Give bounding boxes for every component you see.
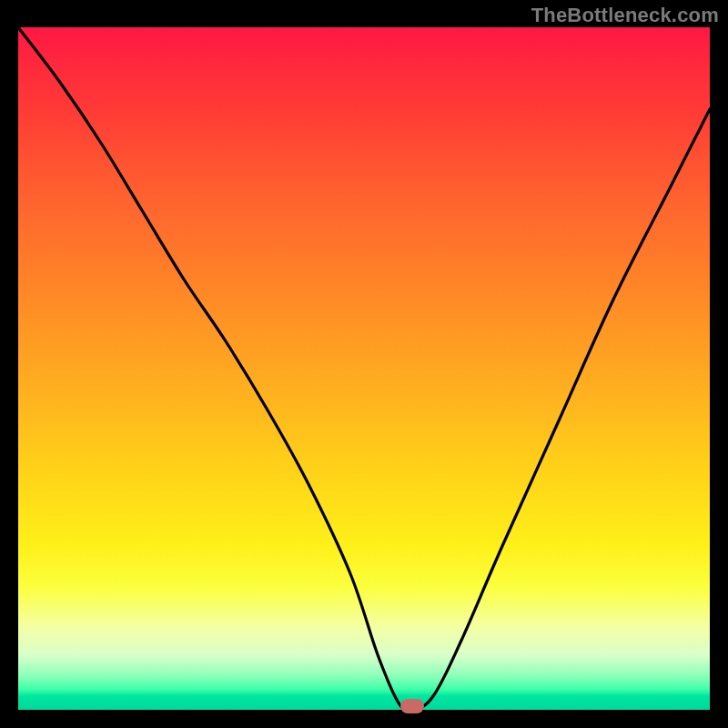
chart-frame: TheBottleneck.com (0, 0, 728, 728)
watermark-text: TheBottleneck.com (531, 4, 719, 27)
plot-area (18, 27, 710, 710)
bottleneck-curve (18, 27, 710, 710)
bottleneck-marker (400, 699, 424, 713)
